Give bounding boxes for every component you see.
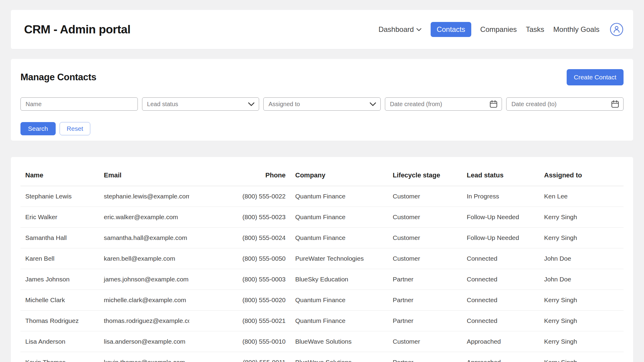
column-header-name: Name: [20, 165, 99, 186]
search-button[interactable]: Search: [20, 122, 56, 135]
cell-phone: (800) 555-0022: [189, 186, 290, 207]
cell-lifecycle-stage: Customer: [388, 248, 462, 269]
nav-item-companies[interactable]: Companies: [480, 25, 517, 34]
nav-item-monthly-goals[interactable]: Monthly Goals: [553, 25, 599, 34]
cell-name: Eric Walker: [20, 207, 99, 227]
table-row[interactable]: Kevin Thomaskevin.thomas@example.com(800…: [20, 352, 624, 362]
create-contact-button[interactable]: Create Contact: [567, 69, 624, 85]
nav-item-tasks[interactable]: Tasks: [526, 25, 544, 34]
cell-email: james.johnson@example.com: [99, 269, 189, 290]
date-from-input[interactable]: [390, 101, 488, 108]
date-to-input[interactable]: [511, 101, 609, 108]
nav-contacts-label: Contacts: [437, 25, 465, 34]
cell-lifecycle-stage: Customer: [388, 207, 462, 227]
cell-assigned-to: John Doe: [539, 269, 624, 290]
cell-phone: (800) 555-0023: [189, 207, 290, 227]
cell-lead-status: Approached: [462, 352, 539, 362]
column-header-assigned-to: Assigned to: [539, 165, 624, 186]
cell-name: James Johnson: [20, 269, 99, 290]
cell-lifecycle-stage: Customer: [388, 227, 462, 248]
cell-assigned-to: Kerry Singh: [539, 352, 624, 362]
cell-phone: (800) 555-0024: [189, 227, 290, 248]
nav-monthly-goals-label: Monthly Goals: [553, 25, 599, 34]
table-row[interactable]: Samantha Hallsamantha.hall@example.com(8…: [20, 227, 624, 248]
cell-lead-status: Connected: [462, 269, 539, 290]
column-header-lifecycle-stage: Lifecycle stage: [388, 165, 462, 186]
cell-company: Quantum Finance: [290, 227, 388, 248]
cell-assigned-to: John Doe: [539, 248, 624, 269]
reset-button[interactable]: Reset: [60, 122, 91, 135]
table-row[interactable]: Lisa Andersonlisa.anderson@example.com(8…: [20, 331, 624, 352]
cell-lifecycle-stage: Partner: [388, 269, 462, 290]
chevron-down-icon: [416, 28, 422, 31]
cell-email: michelle.clark@example.com: [99, 290, 189, 310]
cell-company: Quantum Finance: [290, 207, 388, 227]
cell-lead-status: Approached: [462, 331, 539, 352]
column-header-phone: Phone: [189, 165, 290, 186]
cell-company: Quantum Finance: [290, 186, 388, 207]
table-row[interactable]: Eric Walkereric.walker@example.com(800) …: [20, 207, 624, 227]
cell-name: Thomas Rodriguez: [20, 310, 99, 331]
calendar-icon[interactable]: [490, 100, 497, 108]
nav-tasks-label: Tasks: [526, 25, 544, 34]
cell-name: Stephanie Lewis: [20, 186, 99, 207]
name-filter-input[interactable]: [26, 101, 133, 108]
table-header-row: NameEmailPhoneCompanyLifecycle stageLead…: [20, 165, 624, 186]
cell-assigned-to: Kerry Singh: [539, 227, 624, 248]
cell-company: PureWater Technologies: [290, 248, 388, 269]
calendar-icon[interactable]: [611, 100, 619, 108]
cell-company: BlueSky Education: [290, 269, 388, 290]
user-avatar-icon[interactable]: [610, 23, 624, 36]
cell-lifecycle-stage: Partner: [388, 310, 462, 331]
column-header-email: Email: [99, 165, 189, 186]
table-row[interactable]: Karen Bellkaren.bell@example.com(800) 55…: [20, 248, 624, 269]
lead-status-select[interactable]: Lead status: [142, 97, 259, 111]
nav-dashboard-label: Dashboard: [379, 25, 414, 34]
app-header: CRM - Admin portal Dashboard Contacts Co…: [11, 10, 633, 49]
contacts-table-card: NameEmailPhoneCompanyLifecycle stageLead…: [11, 157, 633, 362]
cell-email: lisa.anderson@example.com: [99, 331, 189, 352]
assigned-to-placeholder: Assigned to: [268, 101, 367, 108]
cell-assigned-to: Ken Lee: [539, 186, 624, 207]
cell-email: kevin.thomas@example.com: [99, 352, 189, 362]
table-row[interactable]: Thomas Rodriguezthomas.rodriguez@example…: [20, 310, 624, 331]
panel-header: Manage Contacts Create Contact: [20, 68, 624, 87]
table-row[interactable]: Stephanie Lewisstephanie.lewis@example.c…: [20, 186, 624, 207]
cell-company: BlueWave Solutions: [290, 352, 388, 362]
chevron-down-icon: [370, 102, 376, 106]
name-filter-field: [20, 97, 138, 111]
manage-contacts-panel: Manage Contacts Create Contact Lead stat…: [11, 59, 633, 141]
chevron-down-icon: [248, 102, 255, 106]
nav-item-dashboard[interactable]: Dashboard: [379, 25, 422, 34]
cell-lead-status: Follow-Up Needed: [462, 207, 539, 227]
table-row[interactable]: Michelle Clarkmichelle.clark@example.com…: [20, 290, 624, 310]
cell-assigned-to: Kerry Singh: [539, 207, 624, 227]
cell-name: Karen Bell: [20, 248, 99, 269]
cell-email: thomas.rodriguez@example.com: [99, 310, 189, 331]
cell-lifecycle-stage: Partner: [388, 352, 462, 362]
cell-lifecycle-stage: Customer: [388, 331, 462, 352]
nav-companies-label: Companies: [480, 25, 517, 34]
nav-item-contacts[interactable]: Contacts: [431, 22, 471, 37]
cell-phone: (800) 555-0021: [189, 310, 290, 331]
cell-email: samantha.hall@example.com: [99, 227, 189, 248]
page-title: Manage Contacts: [20, 72, 96, 83]
cell-name: Kevin Thomas: [20, 352, 99, 362]
cell-lead-status: Connected: [462, 248, 539, 269]
page: CRM - Admin portal Dashboard Contacts Co…: [0, 0, 644, 362]
cell-phone: (800) 555-0003: [189, 269, 290, 290]
cell-email: stephanie.lewis@example.com: [99, 186, 189, 207]
filter-row: Lead status Assigned to: [20, 97, 624, 111]
cell-assigned-to: Kerry Singh: [539, 290, 624, 310]
cell-company: Quantum Finance: [290, 290, 388, 310]
cell-phone: (800) 555-0010: [189, 331, 290, 352]
contacts-table: NameEmailPhoneCompanyLifecycle stageLead…: [20, 165, 624, 362]
assigned-to-select[interactable]: Assigned to: [263, 97, 381, 111]
table-row[interactable]: James Johnsonjames.johnson@example.com(8…: [20, 269, 624, 290]
cell-lead-status: Follow-Up Needed: [462, 227, 539, 248]
main-nav: Dashboard Contacts Companies Tasks Month…: [379, 22, 624, 37]
app-title: CRM - Admin portal: [24, 23, 131, 36]
column-header-company: Company: [290, 165, 388, 186]
cell-phone: (800) 555-0011: [189, 352, 290, 362]
cell-lifecycle-stage: Customer: [388, 186, 462, 207]
